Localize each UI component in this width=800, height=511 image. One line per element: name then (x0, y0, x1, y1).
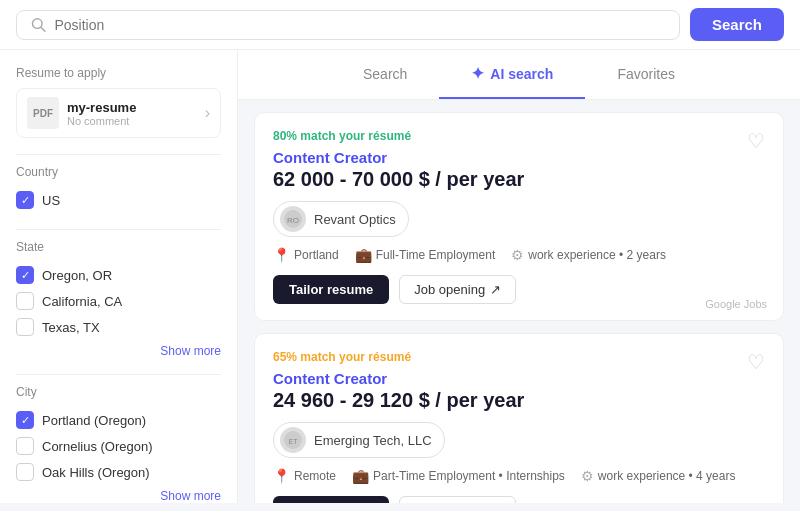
city-oakhills-label: Oak Hills (Oregon) (42, 465, 150, 480)
experience-1: ⚙ work experience • 2 years (511, 247, 666, 263)
location-2: 📍 Remote (273, 468, 336, 484)
state-california-row: California, CA (16, 288, 221, 314)
company-name-2: Emerging Tech, LLC (314, 433, 432, 448)
favorite-btn-1[interactable]: ♡ (747, 129, 765, 153)
search-button[interactable]: Search (690, 8, 784, 41)
favorite-btn-2[interactable]: ♡ (747, 350, 765, 374)
city-portland-label: Portland (Oregon) (42, 413, 146, 428)
experience-icon-2: ⚙ (581, 468, 594, 484)
briefcase-icon-2: 💼 (352, 468, 369, 484)
company-badge-1: RO Revant Optics (273, 201, 409, 237)
company-logo-1: RO (280, 206, 306, 232)
tab-favorites[interactable]: Favorites (585, 52, 707, 98)
resume-section: Resume to apply PDF my-resume No comment… (16, 66, 221, 138)
job-title-2[interactable]: Content Creator (273, 370, 765, 387)
svg-text:RO: RO (287, 216, 299, 225)
country-section: Country US (16, 165, 221, 213)
resume-card[interactable]: PDF my-resume No comment › (16, 88, 221, 138)
job-opening-btn-2[interactable]: Job opening ↗ (399, 496, 516, 503)
state-section: State Oregon, OR California, CA Texas, T… (16, 240, 221, 358)
jobs-list: 80% match your résumé Content Creator 62… (238, 100, 800, 503)
state-label: State (16, 240, 221, 254)
city-cornelius-row: Cornelius (Oregon) (16, 433, 221, 459)
tab-ai-search-label: AI search (490, 66, 553, 82)
city-oakhills-checkbox[interactable] (16, 463, 34, 481)
search-icon (31, 17, 46, 33)
position-search-input[interactable] (54, 17, 665, 33)
city-cornelius-checkbox[interactable] (16, 437, 34, 455)
tailor-resume-btn-2[interactable]: Tailor resume (273, 496, 389, 503)
state-california-checkbox[interactable] (16, 292, 34, 310)
company-name-1: Revant Optics (314, 212, 396, 227)
company-badge-2: ET Emerging Tech, LLC (273, 422, 445, 458)
city-oakhills-row: Oak Hills (Oregon) (16, 459, 221, 485)
sidebar: Resume to apply PDF my-resume No comment… (0, 50, 238, 503)
job-salary-1: 62 000 - 70 000 $ / per year (273, 168, 765, 191)
tab-search[interactable]: Search (331, 52, 439, 98)
search-input-wrap (16, 10, 680, 40)
employment-type-2: 💼 Part-Time Employment • Internships (352, 468, 565, 484)
country-us-label: US (42, 193, 60, 208)
job-salary-2: 24 960 - 29 120 $ / per year (273, 389, 765, 412)
job-title-1[interactable]: Content Creator (273, 149, 765, 166)
city-section: City Portland (Oregon) Cornelius (Oregon… (16, 385, 221, 503)
experience-2: ⚙ work experience • 4 years (581, 468, 736, 484)
city-portland-row: Portland (Oregon) (16, 407, 221, 433)
company-logo-2: ET (280, 427, 306, 453)
job-meta-1: 📍 Portland 💼 Full-Time Employment ⚙ work… (273, 247, 765, 263)
resume-comment: No comment (67, 115, 136, 127)
resume-name: my-resume (67, 100, 136, 115)
divider (16, 154, 221, 155)
job-meta-2: 📍 Remote 💼 Part-Time Employment • Intern… (273, 468, 765, 484)
match-pct-1: 80% match your résumé (273, 129, 765, 143)
location-icon-1: 📍 (273, 247, 290, 263)
country-label: Country (16, 165, 221, 179)
job-card-1: 80% match your résumé Content Creator 62… (254, 112, 784, 321)
state-texas-label: Texas, TX (42, 320, 100, 335)
svg-line-1 (41, 27, 45, 31)
job-actions-2: Tailor resume Job opening ↗ (273, 496, 765, 503)
divider (16, 374, 221, 375)
states-show-more[interactable]: Show more (16, 344, 221, 358)
ai-search-icon: ✦ (471, 64, 484, 83)
google-jobs-label-1: Google Jobs (705, 298, 767, 310)
experience-icon-1: ⚙ (511, 247, 524, 263)
job-actions-1: Tailor resume Job opening ↗ (273, 275, 765, 304)
location-1: 📍 Portland (273, 247, 339, 263)
svg-text:ET: ET (289, 438, 299, 445)
job-opening-btn-1[interactable]: Job opening ↗ (399, 275, 516, 304)
content-area: Search ✦ AI search Favorites 80% match y… (238, 50, 800, 503)
state-oregon-row: Oregon, OR (16, 262, 221, 288)
employment-type-1: 💼 Full-Time Employment (355, 247, 496, 263)
cities-show-more[interactable]: Show more (16, 489, 221, 503)
tabs-bar: Search ✦ AI search Favorites (238, 50, 800, 100)
match-pct-2: 65% match your résumé (273, 350, 765, 364)
chevron-right-icon: › (205, 104, 210, 122)
country-us-checkbox[interactable] (16, 191, 34, 209)
resume-icon: PDF (27, 97, 59, 129)
external-link-icon-1: ↗ (490, 282, 501, 297)
tab-ai-search[interactable]: ✦ AI search (439, 50, 585, 99)
briefcase-icon-1: 💼 (355, 247, 372, 263)
tab-favorites-label: Favorites (617, 66, 675, 82)
state-texas-checkbox[interactable] (16, 318, 34, 336)
city-label: City (16, 385, 221, 399)
job-card-2: 65% match your résumé Content Creator 24… (254, 333, 784, 503)
state-oregon-label: Oregon, OR (42, 268, 112, 283)
city-cornelius-label: Cornelius (Oregon) (42, 439, 153, 454)
state-california-label: California, CA (42, 294, 122, 309)
main-layout: Resume to apply PDF my-resume No comment… (0, 50, 800, 503)
city-portland-checkbox[interactable] (16, 411, 34, 429)
top-bar: Search (0, 0, 800, 50)
divider (16, 229, 221, 230)
resume-section-label: Resume to apply (16, 66, 221, 80)
country-filter-row: US (16, 187, 221, 213)
tailor-resume-btn-1[interactable]: Tailor resume (273, 275, 389, 304)
state-oregon-checkbox[interactable] (16, 266, 34, 284)
location-icon-2: 📍 (273, 468, 290, 484)
tab-search-label: Search (363, 66, 407, 82)
state-texas-row: Texas, TX (16, 314, 221, 340)
